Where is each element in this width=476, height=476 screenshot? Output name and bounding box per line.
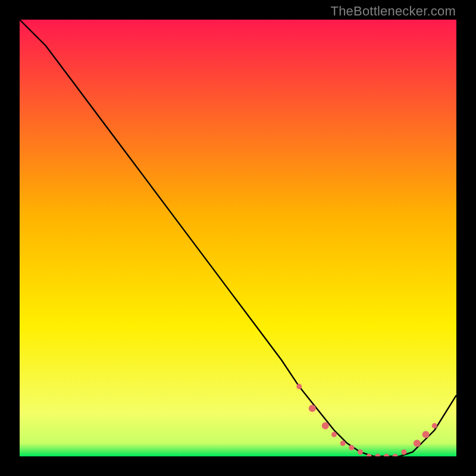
valley-point	[349, 445, 354, 450]
chart-plot-area	[20, 20, 456, 456]
valley-point	[401, 449, 406, 455]
valley-point	[432, 423, 437, 428]
watermark-text: TheBottlenecker.com	[331, 4, 456, 19]
valley-point	[358, 449, 363, 455]
valley-point	[322, 422, 329, 430]
valley-point	[331, 432, 337, 437]
valley-point	[422, 431, 430, 438]
chart-background	[20, 20, 456, 456]
valley-point	[340, 441, 346, 446]
chart-svg	[20, 20, 456, 456]
valley-point	[309, 405, 316, 412]
valley-point	[296, 384, 302, 389]
valley-point	[414, 440, 421, 447]
